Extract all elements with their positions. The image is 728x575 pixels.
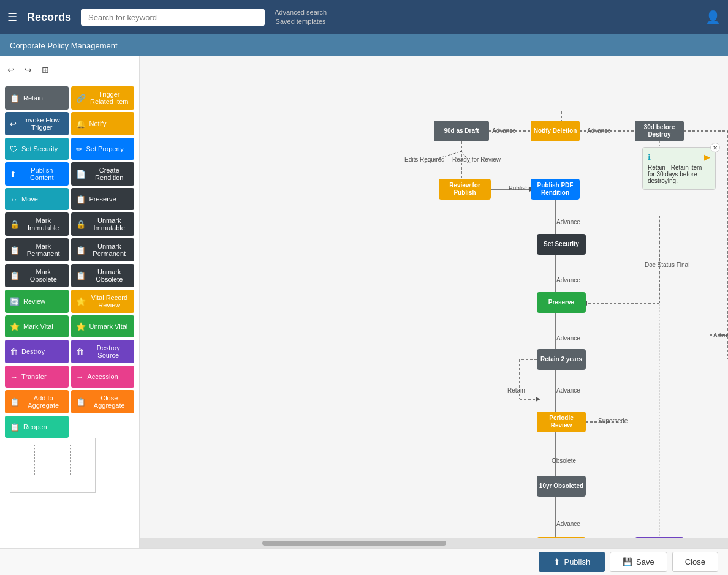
search-meta: Advanced search Saved templates [275,8,327,27]
svg-marker-29 [536,397,540,402]
mark-obsolete-icon: 📋 [10,271,20,280]
mark-obsolete-label: Mark Obsolete [23,268,64,283]
save-icon: 💾 [623,557,632,566]
node-disposition-review[interactable]: Disposition Review [537,537,586,538]
notify-icon: 🔔 [76,119,86,129]
edge-label-11: Obsolete [552,457,576,464]
redo-button[interactable]: ↪ [22,64,34,76]
trigger-related-icon: 🔗 [76,94,86,103]
mark-immutable-label: Mark Immutable [23,217,64,231]
sidebar-btn-mark-immutable[interactable]: 🔒Mark Immutable [5,212,69,236]
sidebar-btn-destroy-source[interactable]: 🗑Destroy Source [71,340,135,363]
sidebar-btn-vital-record-review[interactable]: ⭐Vital Record Review [71,290,135,313]
review-icon: 🔄 [10,297,20,306]
tooltip-close[interactable]: ✕ [710,143,720,152]
sidebar-btn-trigger-related[interactable]: 🔗Trigger Related Item [71,86,135,110]
next-icon[interactable]: ▶ [704,152,710,162]
horizontal-scrollbar[interactable] [140,538,728,548]
mark-vital-label: Mark Vital [23,323,53,330]
sidebar-btn-unmark-immutable[interactable]: 🔒Unmark Immutable [71,212,135,236]
node-notify-deletion-label: Notify Deletion [533,126,578,136]
sidebar-btn-unmark-obsolete[interactable]: 📋Unmark Obsolete [71,264,135,287]
node-preserve-label: Preserve [547,298,575,307]
node-preserve[interactable]: Preserve [537,292,586,313]
node-30d-destroy[interactable]: 30d before Destroy [635,121,684,141]
sidebar-btn-invoke-flow[interactable]: ↩Invoke Flow Trigger [5,112,69,135]
sidebar-btn-accession[interactable]: →Accession [71,366,135,388]
footer: ⬆ Publish 💾 Save Close [0,548,728,575]
tree-button[interactable]: ⊞ [39,64,51,76]
sidebar-btn-mark-permanent[interactable]: 📋Mark Permanent [5,238,69,261]
sidebar-btn-reopen[interactable]: 📋Reopen [5,416,69,438]
sidebar-btn-notify[interactable]: 🔔Notify [71,112,135,135]
canvas-scroll[interactable]: 90d as DraftNotify Deletion30d before De… [140,56,728,538]
sidebar-btn-mark-obsolete[interactable]: 📋Mark Obsolete [5,264,69,287]
edge-label-15: Doc Status Final [645,261,689,268]
sidebar-btn-mark-vital[interactable]: ⭐Mark Vital [5,315,69,337]
sidebar-btn-preserve[interactable]: 📋Preserve [71,188,135,210]
sidebar-toolbar: ↩ ↪ ⊞ [5,61,134,81]
transfer-label: Transfer [21,373,47,380]
node-retain-2yr[interactable]: Retain 2 years [537,349,586,370]
search-container [81,9,265,26]
tooltip-text: Retain - Retain item for 30 days before … [648,164,710,184]
set-security-label: Set Security [21,145,58,152]
sidebar-btn-set-security[interactable]: 🛡Set Security [5,138,69,160]
node-30d-destroy-label: 30d before Destroy [635,122,684,140]
search-input[interactable] [81,9,265,26]
unmark-obsolete-label: Unmark Obsolete [89,268,130,283]
sidebar-buttons: 📋Retain🔗Trigger Related Item↩Invoke Flow… [5,86,134,438]
menu-icon[interactable]: ☰ [7,10,17,24]
publish-label: Publish [564,557,590,566]
user-icon[interactable]: 👤 [705,10,721,24]
main-layout: ↩ ↪ ⊞ 📋Retain🔗Trigger Related Item↩Invok… [0,56,728,548]
edge-label-14: Advance [713,332,728,339]
node-draft-label: 90d as Draft [442,126,480,136]
node-notify-deletion[interactable]: Notify Deletion [531,121,580,141]
sidebar-btn-unmark-permanent[interactable]: 📋Unmark Permanent [71,238,135,261]
node-set-security[interactable]: Set Security [537,234,586,255]
sidebar-btn-create-rendition[interactable]: 📄Create Rendition [71,162,135,186]
hscroll-thumb[interactable] [262,541,446,546]
sidebar-btn-close-aggregate[interactable]: 📋Close Aggregate [71,390,135,413]
save-label: Save [636,557,654,566]
invoke-flow-icon: ↩ [10,119,17,129]
node-10yr-obsoleted[interactable]: 10yr Obsoleted [537,476,586,497]
sidebar-btn-transfer[interactable]: →Transfer [5,366,69,388]
sidebar-btn-destroy[interactable]: 🗑Destroy [5,340,69,363]
undo-button[interactable]: ↩ [5,64,17,76]
accession-label: Accession [88,373,118,380]
minimap-inner [34,445,71,475]
sidebar-btn-set-property[interactable]: ✏Set Property [71,138,135,160]
minimap [10,438,96,493]
node-publish-pdf[interactable]: Publish PDF Rendition [531,179,580,200]
reopen-label: Reopen [23,423,47,430]
set-property-label: Set Property [86,145,124,152]
node-draft[interactable]: 90d as Draft [434,121,489,141]
info-icon: ℹ [648,152,651,162]
canvas-area: 90d as DraftNotify Deletion30d before De… [140,56,728,548]
sidebar-btn-review[interactable]: 🔄Review [5,290,69,313]
preserve-icon: 📋 [76,195,86,204]
node-destroy-source-ver[interactable]: Destroy Source Ver [635,537,684,538]
save-button[interactable]: 💾 Save [610,552,667,572]
sidebar-btn-unmark-vital[interactable]: ⭐Unmark Vital [71,315,135,337]
sidebar-btn-move[interactable]: ↔Move [5,188,69,210]
edge-label-0: Advance [492,127,516,134]
node-periodic-review[interactable]: Periodic Review [537,412,586,432]
sidebar-btn-add-aggregate[interactable]: 📋Add to Aggregate [5,390,69,413]
edge-label-3: Ready for Review [452,156,501,163]
close-aggregate-icon: 📋 [76,397,86,407]
edge-label-9: Advance [556,387,580,394]
node-periodic-review-label: Periodic Review [537,413,586,430]
publish-button[interactable]: ⬆ Publish [539,552,605,572]
destroy-label: Destroy [21,348,45,355]
node-review-publish[interactable]: Review for Publish [439,179,491,200]
edge-label-2: Edits Required [404,156,445,163]
unmark-permanent-icon: 📋 [76,246,86,255]
sidebar-btn-retain[interactable]: 📋Retain [5,86,69,110]
breadcrumb: Corporate Policy Management [0,34,728,56]
sidebar-btn-publish-content[interactable]: ⬆Publish Content [5,162,69,186]
close-button[interactable]: Close [672,552,718,572]
header: ☰ Records Advanced search Saved template… [0,0,728,34]
